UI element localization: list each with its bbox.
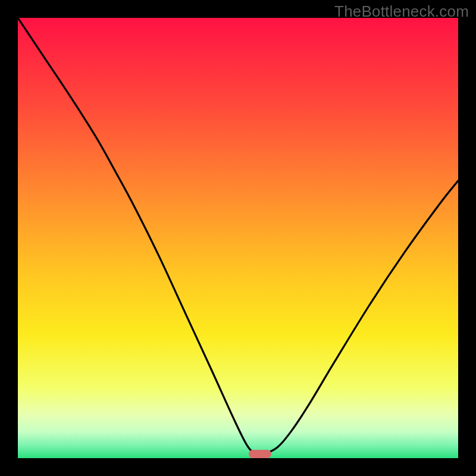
- bottleneck-chart: TheBottleneck.com: [0, 0, 476, 476]
- bottleneck-curve: [18, 18, 458, 458]
- optimum-marker: [249, 450, 271, 458]
- plot-area: [18, 18, 458, 458]
- watermark-text: TheBottleneck.com: [334, 2, 469, 21]
